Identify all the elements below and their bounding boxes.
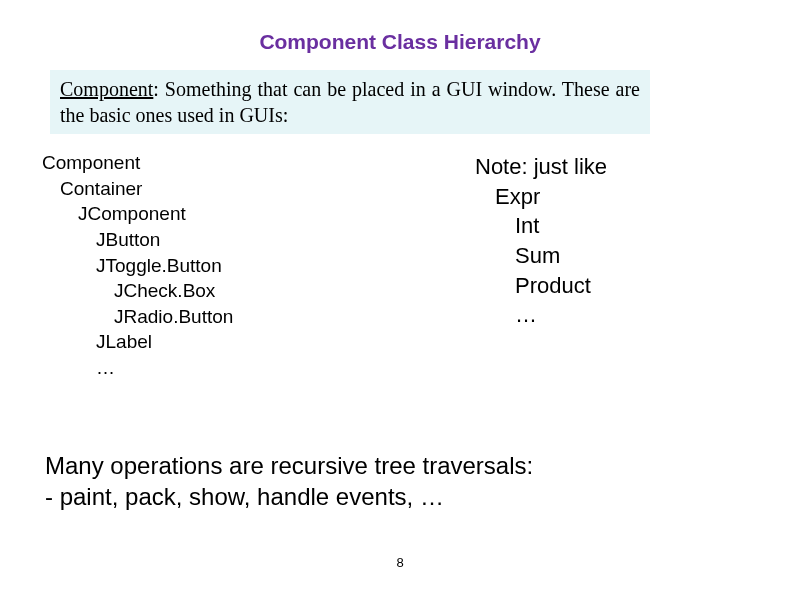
page-number: 8 [0,555,800,570]
tree-node: Expr [475,182,607,212]
tree-node: JComponent [42,201,233,227]
slide: Component Class Hierarchy Component: Som… [0,0,800,600]
summary-text: Many operations are recursive tree trave… [45,450,740,512]
slide-title: Component Class Hierarchy [0,30,800,54]
tree-node: … [475,300,607,330]
tree-note: Note: just like [475,152,607,182]
tree-node: JToggle.Button [42,253,233,279]
tree-node: Sum [475,241,607,271]
class-hierarchy-tree: Component Container JComponent JButton J… [42,150,233,381]
analogy-tree: Note: just like Expr Int Sum Product … [475,152,607,330]
tree-node: Int [475,211,607,241]
definition-box: Component: Something that can be placed … [50,70,650,134]
tree-node: Component [42,150,233,176]
summary-line: Many operations are recursive tree trave… [45,450,740,481]
tree-node: JCheck.Box [42,278,233,304]
tree-node: JLabel [42,329,233,355]
tree-node: … [42,355,233,381]
definition-term: Component [60,78,153,100]
tree-node: Product [475,271,607,301]
summary-line: - paint, pack, show, handle events, … [45,481,740,512]
tree-node: JButton [42,227,233,253]
tree-node: JRadio.Button [42,304,233,330]
tree-node: Container [42,176,233,202]
